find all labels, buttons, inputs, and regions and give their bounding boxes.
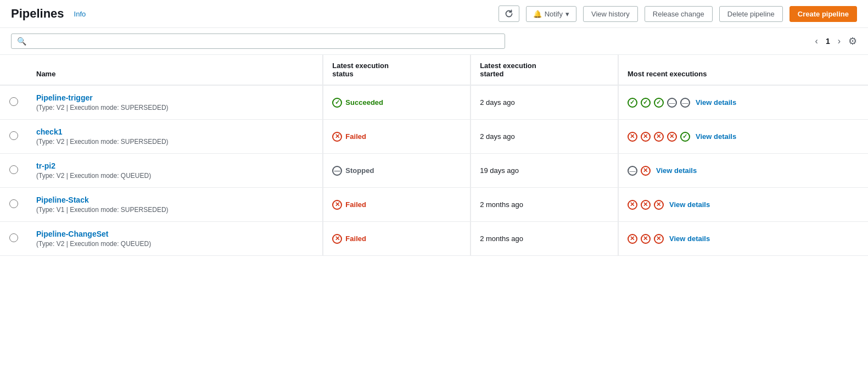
bell-icon: 🔔 [533, 10, 542, 18]
success-icon: ✓ [680, 132, 690, 142]
status-success-icon: ✓ [332, 98, 342, 108]
failed-icon: ✕ [628, 132, 637, 142]
execution-started: 2 months ago [471, 188, 618, 222]
pipeline-meta: (Type: V2 | Execution mode: SUPERSEDED) [36, 138, 313, 146]
view-details-link[interactable]: View details [669, 234, 710, 243]
page-number: 1 [826, 37, 830, 46]
next-page-button[interactable]: › [835, 34, 844, 48]
table-row: Pipeline-ChangeSet (Type: V2 | Execution… [0, 222, 868, 256]
chevron-down-icon: ▾ [565, 10, 569, 18]
view-details-link[interactable]: View details [696, 98, 736, 107]
col-started: Latest executionstarted [471, 55, 618, 85]
status-stopped-icon: — [332, 166, 342, 176]
row-select-radio[interactable] [9, 199, 18, 208]
pipeline-name[interactable]: tr-pi2 [36, 161, 313, 170]
pipeline-meta: (Type: V2 | Execution mode: QUEUED) [36, 172, 313, 180]
failed-icon: ✕ [654, 132, 664, 142]
status-badge: ✕ Failed [332, 234, 366, 244]
failed-icon: ✕ [641, 200, 651, 210]
page-title: Pipelines [11, 7, 64, 21]
col-status: Latest executionstatus [323, 55, 471, 85]
view-history-button[interactable]: View history [583, 6, 638, 22]
pipeline-meta: (Type: V2 | Execution mode: SUPERSEDED) [36, 104, 313, 111]
failed-icon: ✕ [641, 234, 651, 244]
execution-icons: ✓✓✓——View details [628, 98, 736, 108]
refresh-icon [505, 9, 513, 18]
stopped-icon: — [628, 166, 637, 176]
failed-icon: ✕ [628, 200, 637, 210]
search-input-wrap: 🔍 [11, 33, 505, 49]
execution-started: 2 days ago [471, 85, 618, 120]
table-wrap: Name Latest executionstatus Latest execu… [0, 55, 868, 256]
execution-started: 2 months ago [471, 222, 618, 256]
table-row: check1 (Type: V2 | Execution mode: SUPER… [0, 120, 868, 154]
execution-icons: ✕✕✕View details [628, 200, 710, 210]
status-failed-icon: ✕ [332, 132, 342, 142]
pipelines-table: Name Latest executionstatus Latest execu… [0, 55, 868, 256]
table-row: Pipeline-Stack (Type: V1 | Execution mod… [0, 188, 868, 222]
stopped-icon: — [667, 98, 677, 108]
create-pipeline-button[interactable]: Create pipeline [789, 6, 857, 22]
pipeline-name[interactable]: Pipeline-Stack [36, 196, 313, 204]
pipeline-name[interactable]: check1 [36, 127, 313, 136]
row-select-radio[interactable] [9, 233, 18, 242]
failed-icon: ✕ [667, 132, 677, 142]
failed-icon: ✕ [654, 200, 664, 210]
row-select-radio[interactable] [9, 97, 18, 106]
row-select-radio[interactable] [9, 165, 18, 174]
success-icon: ✓ [641, 98, 651, 108]
col-executions: Most recent executions [618, 55, 868, 85]
execution-icons: ✕✕✕View details [628, 234, 710, 244]
search-input[interactable] [30, 37, 499, 46]
notify-button[interactable]: 🔔 Notify ▾ [526, 6, 576, 22]
execution-started: 2 days ago [471, 120, 618, 154]
pagination: ‹ 1 › ⚙ [812, 34, 857, 48]
failed-icon: ✕ [641, 132, 651, 142]
search-bar: 🔍 ‹ 1 › ⚙ [0, 28, 868, 55]
execution-icons: —✕View details [628, 166, 697, 176]
view-details-link[interactable]: View details [696, 132, 736, 141]
pipeline-name[interactable]: Pipeline-trigger [36, 93, 313, 102]
row-select-radio[interactable] [9, 131, 18, 140]
header: Pipelines Info 🔔 Notify ▾ View history R… [0, 0, 868, 28]
status-badge: ✕ Failed [332, 200, 366, 210]
failed-icon: ✕ [628, 234, 637, 244]
status-failed-icon: ✕ [332, 234, 342, 244]
status-failed-icon: ✕ [332, 200, 342, 210]
refresh-button[interactable] [499, 5, 519, 22]
view-details-link[interactable]: View details [669, 200, 710, 209]
status-badge: — Stopped [332, 166, 374, 176]
success-icon: ✓ [654, 98, 664, 108]
failed-icon: ✕ [654, 234, 664, 244]
status-badge: ✓ Succeeded [332, 98, 383, 108]
col-name: Name [27, 55, 323, 85]
table-row: tr-pi2 (Type: V2 | Execution mode: QUEUE… [0, 154, 868, 188]
status-badge: ✕ Failed [332, 132, 366, 142]
prev-page-button[interactable]: ‹ [812, 34, 821, 48]
view-details-link[interactable]: View details [656, 166, 697, 175]
success-icon: ✓ [628, 98, 637, 108]
pipeline-meta: (Type: V1 | Execution mode: SUPERSEDED) [36, 206, 313, 214]
execution-started: 19 days ago [471, 154, 618, 188]
stopped-icon: — [680, 98, 690, 108]
failed-icon: ✕ [641, 166, 651, 176]
settings-button[interactable]: ⚙ [848, 35, 857, 47]
search-icon: 🔍 [17, 37, 26, 46]
pipeline-name[interactable]: Pipeline-ChangeSet [36, 230, 313, 238]
delete-pipeline-button[interactable]: Delete pipeline [719, 6, 783, 22]
info-link[interactable]: Info [74, 10, 86, 18]
release-change-button[interactable]: Release change [645, 6, 713, 22]
execution-icons: ✕✕✕✕✓View details [628, 132, 736, 142]
pipeline-meta: (Type: V2 | Execution mode: QUEUED) [36, 240, 313, 248]
table-row: Pipeline-trigger (Type: V2 | Execution m… [0, 85, 868, 120]
table-header-row: Name Latest executionstatus Latest execu… [0, 55, 868, 85]
col-select [0, 55, 27, 85]
